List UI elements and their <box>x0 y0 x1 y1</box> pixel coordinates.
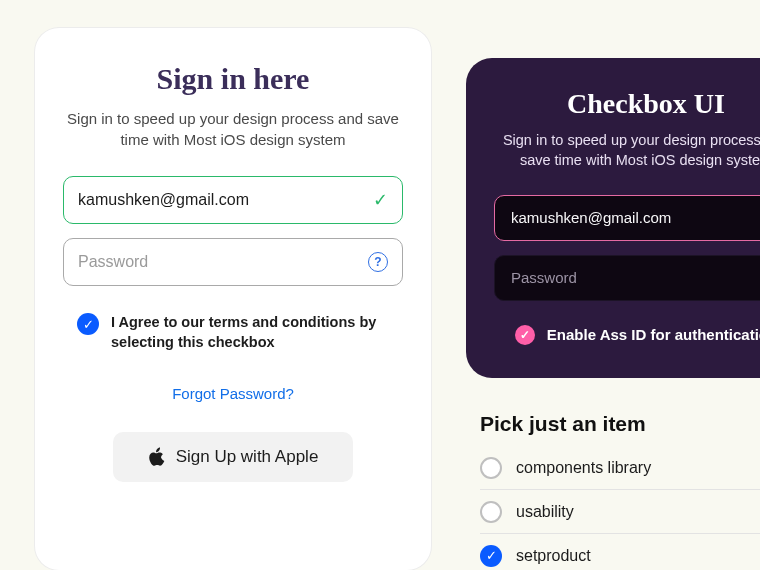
help-icon[interactable]: ? <box>368 252 388 272</box>
email-field[interactable]: kamushken@gmail.com ✓ <box>63 176 403 224</box>
list-item[interactable]: usability <box>480 490 760 534</box>
email-value: kamushken@gmail.com <box>78 191 249 209</box>
apple-icon <box>148 447 166 467</box>
sign-in-card-light: Sign in here Sign in to speed up your de… <box>35 28 431 570</box>
enable-id-row: ✓ Enable Ass ID for authentication <box>515 325 760 345</box>
sign-in-card-dark: Checkbox UI Sign in to speed up your des… <box>466 58 760 378</box>
sign-in-subtitle: Sign in to speed up your design process … <box>63 108 403 150</box>
password-field[interactable]: Password ? <box>63 238 403 286</box>
email-value-dark: kamushken@gmail.com <box>511 209 671 226</box>
radio-checked-icon[interactable]: ✓ <box>480 545 502 567</box>
sign-up-apple-button[interactable]: Sign Up with Apple <box>113 432 353 482</box>
terms-row: ✓ I Agree to our terms and conditions by… <box>63 300 403 353</box>
radio-empty-icon[interactable] <box>480 501 502 523</box>
email-field-dark[interactable]: kamushken@gmail.com <box>494 195 760 241</box>
enable-id-text: Enable Ass ID for authentication <box>547 326 760 343</box>
terms-text: I Agree to our terms and conditions by s… <box>111 312 389 353</box>
password-placeholder: Password <box>78 253 148 271</box>
forgot-password-link[interactable]: Forgot Password? <box>172 385 294 402</box>
password-placeholder-dark: Password <box>511 269 577 286</box>
list-item-label: components library <box>516 459 651 477</box>
list-item-label: usability <box>516 503 574 521</box>
list-item[interactable]: ✓ setproduct <box>480 534 760 570</box>
pick-list-title: Pick just an item <box>480 412 760 436</box>
sign-in-title: Sign in here <box>157 62 310 96</box>
password-field-dark[interactable]: Password <box>494 255 760 301</box>
radio-empty-icon[interactable] <box>480 457 502 479</box>
checkbox-ui-title: Checkbox UI <box>567 88 725 120</box>
apple-button-label: Sign Up with Apple <box>176 447 319 467</box>
list-item-label: setproduct <box>516 547 591 565</box>
terms-checkbox[interactable]: ✓ <box>77 313 99 335</box>
pick-list: Pick just an item components library usa… <box>480 412 760 570</box>
checkmark-icon: ✓ <box>373 189 388 211</box>
checkbox-ui-subtitle: Sign in to speed up your design process … <box>494 130 760 171</box>
list-item[interactable]: components library <box>480 446 760 490</box>
enable-id-checkbox[interactable]: ✓ <box>515 325 535 345</box>
